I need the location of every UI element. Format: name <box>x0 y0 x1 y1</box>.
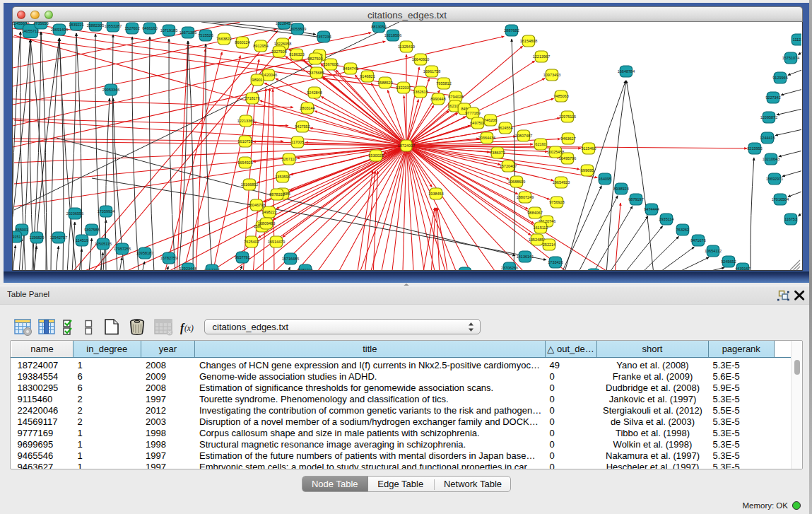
svg-text:7485063: 7485063 <box>553 94 568 98</box>
svg-text:2803144: 2803144 <box>300 106 314 110</box>
svg-text:8489709: 8489709 <box>298 268 312 270</box>
svg-text:18724007: 18724007 <box>397 144 414 148</box>
svg-text:12505115: 12505115 <box>94 242 111 246</box>
svg-text:9756928: 9756928 <box>549 200 564 204</box>
svg-text:16648784: 16648784 <box>617 69 634 74</box>
svg-text:10973493: 10973493 <box>543 73 560 77</box>
svg-text:8938923: 8938923 <box>613 187 628 191</box>
svg-text:9242848: 9242848 <box>307 90 322 95</box>
svg-text:19166852: 19166852 <box>240 182 257 187</box>
svg-text:9146821: 9146821 <box>360 74 375 78</box>
svg-text:4439167: 4439167 <box>735 267 750 270</box>
svg-text:1353594: 1353594 <box>275 175 290 179</box>
svg-text:8878332: 8878332 <box>269 192 284 197</box>
svg-text:1839221: 1839221 <box>69 23 83 27</box>
svg-text:15751074: 15751074 <box>782 56 799 60</box>
svg-text:7357234: 7357234 <box>316 35 331 39</box>
svg-text:252214: 252214 <box>542 243 555 247</box>
svg-text:164095: 164095 <box>598 177 611 181</box>
svg-text:17016504: 17016504 <box>771 197 788 201</box>
svg-text:9884067: 9884067 <box>527 211 542 215</box>
svg-text:7515526: 7515526 <box>198 33 213 37</box>
svg-text:17359934: 17359934 <box>97 209 114 214</box>
svg-text:8186323: 8186323 <box>289 52 304 57</box>
svg-text:13226058: 13226058 <box>273 42 290 46</box>
svg-text:7663822: 7663822 <box>216 37 231 41</box>
svg-text:12213967: 12213967 <box>532 54 549 59</box>
svg-text:10958187: 10958187 <box>136 251 153 255</box>
svg-text:15692971: 15692971 <box>765 177 782 181</box>
svg-text:117005: 117005 <box>291 140 304 144</box>
svg-text:9474444: 9474444 <box>644 207 659 211</box>
svg-text:746206: 746206 <box>483 118 496 122</box>
svg-text:1733426: 1733426 <box>548 260 563 264</box>
svg-text:10719185: 10719185 <box>160 28 177 33</box>
svg-text:3624554: 3624554 <box>498 126 512 130</box>
svg-text:9463627: 9463627 <box>560 136 575 141</box>
svg-text:6466160: 6466160 <box>142 26 157 30</box>
svg-text:9427552: 9427552 <box>295 124 310 129</box>
svg-text:12213369: 12213369 <box>237 119 254 123</box>
svg-text:8471676: 8471676 <box>690 238 705 243</box>
svg-text:7625402: 7625402 <box>244 240 259 244</box>
svg-text:16914479: 16914479 <box>267 240 284 244</box>
svg-text:39151: 39151 <box>13 235 21 239</box>
svg-text:9129966: 9129966 <box>772 76 787 80</box>
svg-text:10553287: 10553287 <box>104 24 121 28</box>
svg-text:1615112: 1615112 <box>533 226 548 230</box>
svg-text:11325419: 11325419 <box>397 45 414 49</box>
svg-text:6794028: 6794028 <box>448 95 463 99</box>
svg-text:2718176: 2718176 <box>245 96 259 100</box>
svg-text:14136141: 14136141 <box>516 255 533 259</box>
svg-text:18807249: 18807249 <box>516 195 533 199</box>
svg-text:7955812: 7955812 <box>436 81 451 86</box>
svg-text:12095872: 12095872 <box>760 115 777 119</box>
svg-text:1654925: 1654925 <box>237 160 252 165</box>
svg-text:8813054: 8813054 <box>371 25 386 29</box>
svg-text:1156829: 1156829 <box>29 235 44 240</box>
svg-text:16809483: 16809483 <box>257 221 274 226</box>
svg-text:1530025: 1530025 <box>368 153 383 158</box>
svg-text:2887682: 2887682 <box>504 28 519 33</box>
svg-text:19218506: 19218506 <box>384 33 401 37</box>
svg-text:20691406: 20691406 <box>50 28 67 32</box>
svg-text:25882305: 25882305 <box>86 23 103 28</box>
svg-text:2935114: 2935114 <box>659 217 673 221</box>
svg-text:763262: 763262 <box>676 228 688 232</box>
svg-text:12942757: 12942757 <box>49 235 66 240</box>
svg-text:16053809: 16053809 <box>288 27 305 31</box>
svg-text:10025458: 10025458 <box>546 150 563 154</box>
svg-text:19654923: 19654923 <box>552 180 569 185</box>
svg-text:16495796: 16495796 <box>558 156 575 160</box>
svg-text:15716485: 15716485 <box>281 257 298 261</box>
svg-text:9777169: 9777169 <box>465 111 480 115</box>
svg-text:11123: 11123 <box>792 37 801 42</box>
svg-text:8660124: 8660124 <box>235 40 249 45</box>
svg-text:1498222: 1498222 <box>261 210 276 214</box>
svg-text:16671385: 16671385 <box>179 30 196 35</box>
svg-text:9217207: 9217207 <box>204 268 219 270</box>
svg-text:62160: 62160 <box>535 142 546 146</box>
svg-text:1244415: 1244415 <box>760 136 775 140</box>
svg-text:10807487: 10807487 <box>514 134 531 138</box>
svg-text:98901: 98901 <box>252 78 262 82</box>
svg-text:10654112: 10654112 <box>704 249 721 253</box>
svg-text:116753: 116753 <box>784 217 797 221</box>
svg-text:15720407: 15720407 <box>499 164 516 168</box>
svg-text:9227342: 9227342 <box>765 95 780 100</box>
svg-text:1610755: 1610755 <box>237 139 252 144</box>
svg-text:20364436: 20364436 <box>478 136 495 140</box>
svg-text:16961758: 16961758 <box>423 69 440 74</box>
svg-text:10228452: 10228452 <box>275 22 292 25</box>
svg-text:1588520: 1588520 <box>377 81 392 85</box>
svg-text:12975115: 12975115 <box>558 115 575 119</box>
svg-text:20206556: 20206556 <box>66 211 83 216</box>
svg-text:9657791: 9657791 <box>235 255 249 259</box>
svg-text:1322037: 1322037 <box>396 86 411 90</box>
svg-text:6497508: 6497508 <box>470 121 485 125</box>
svg-text:6879197: 6879197 <box>628 197 643 201</box>
svg-text:114519: 114519 <box>76 238 88 243</box>
svg-text:10688609: 10688609 <box>507 180 524 184</box>
svg-text:16782759: 16782759 <box>160 256 177 260</box>
svg-text:14055712: 14055712 <box>21 29 38 33</box>
